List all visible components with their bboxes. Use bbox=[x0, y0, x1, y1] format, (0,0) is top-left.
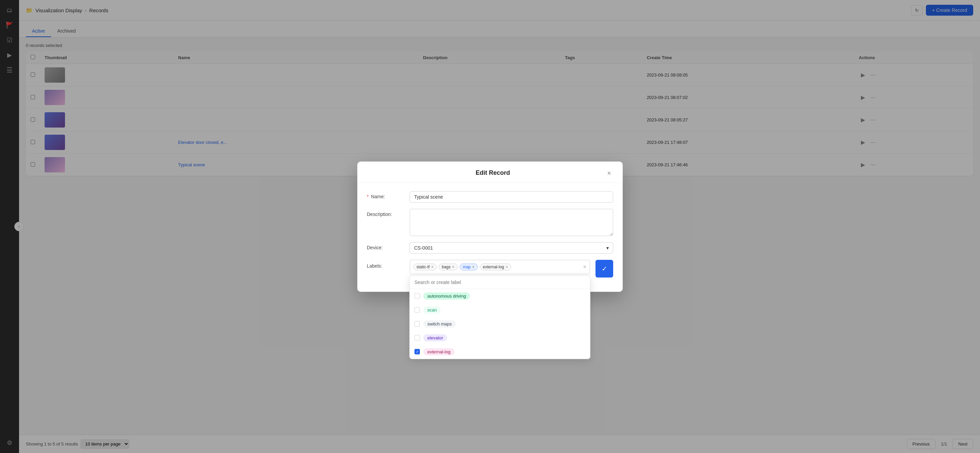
chevron-down-icon: ▾ bbox=[606, 245, 609, 251]
label-search-area bbox=[410, 276, 590, 289]
device-field-row: Device: CS-0001 ▾ bbox=[367, 242, 613, 254]
label-checkbox-scan bbox=[414, 307, 420, 313]
device-select[interactable]: CS-0001 ▾ bbox=[410, 242, 613, 254]
required-star: * bbox=[367, 194, 369, 199]
labels-container[interactable]: static-tf × bags × map × external-log bbox=[410, 260, 590, 274]
label-badge-elevator: elevator bbox=[423, 334, 447, 342]
label-checkbox-elevator bbox=[414, 335, 420, 340]
modal-close-button[interactable]: × bbox=[605, 169, 613, 177]
label-badge-external-log: external-log bbox=[423, 348, 455, 355]
label-tag-bags: bags × bbox=[439, 264, 458, 270]
name-field-row: * Name: bbox=[367, 191, 613, 203]
clear-labels-button[interactable]: × bbox=[583, 264, 586, 270]
description-textarea[interactable] bbox=[410, 209, 613, 236]
label-checkbox-external-log bbox=[414, 349, 420, 354]
label-item-elevator[interactable]: elevator bbox=[410, 331, 590, 345]
description-label: Description: bbox=[367, 209, 404, 217]
label-search-input[interactable] bbox=[414, 280, 585, 285]
description-field-row: Description: bbox=[367, 209, 613, 236]
save-inline-button[interactable]: ✓ bbox=[595, 260, 613, 278]
label-item-external-log[interactable]: external-log bbox=[410, 345, 590, 359]
modal-overlay[interactable]: Edit Record × * Name: Description: Devic… bbox=[0, 0, 980, 453]
modal-body: * Name: Description: Device: CS-0001 ▾ bbox=[357, 183, 623, 292]
modal-title: Edit Record bbox=[380, 169, 605, 176]
label-item-scan[interactable]: scan bbox=[410, 303, 590, 317]
remove-label-static-tf[interactable]: × bbox=[431, 265, 434, 269]
label-checkbox-autonomous-driving bbox=[414, 293, 420, 299]
label-tag-external-log: external-log × bbox=[480, 264, 511, 270]
remove-label-map[interactable]: × bbox=[472, 265, 475, 269]
labels-field-row: Labels: static-tf × bags × map bbox=[367, 260, 613, 278]
label-badge-switch-maps: switch maps bbox=[423, 320, 456, 327]
edit-record-modal: Edit Record × * Name: Description: Devic… bbox=[357, 162, 623, 292]
remove-label-external-log[interactable]: × bbox=[506, 265, 508, 269]
device-value: CS-0001 bbox=[414, 245, 433, 251]
label-badge-autonomous-driving: autonomous driving bbox=[423, 292, 470, 300]
label-item-switch-maps[interactable]: switch maps bbox=[410, 317, 590, 331]
device-label: Device: bbox=[367, 242, 404, 250]
label-checkbox-switch-maps bbox=[414, 321, 420, 326]
labels-label: Labels: bbox=[367, 260, 404, 269]
label-tag-map: map × bbox=[460, 264, 478, 270]
remove-label-bags[interactable]: × bbox=[452, 265, 455, 269]
name-input[interactable] bbox=[410, 191, 613, 203]
label-list: autonomous driving scan switch maps bbox=[410, 289, 590, 359]
name-label: * Name: bbox=[367, 191, 404, 199]
label-badge-scan: scan bbox=[423, 307, 441, 313]
modal-header: Edit Record × bbox=[357, 162, 623, 183]
label-dropdown: autonomous driving scan switch maps bbox=[409, 275, 590, 359]
label-tag-static-tf: static-tf × bbox=[414, 264, 437, 270]
label-item-autonomous-driving[interactable]: autonomous driving bbox=[410, 289, 590, 303]
